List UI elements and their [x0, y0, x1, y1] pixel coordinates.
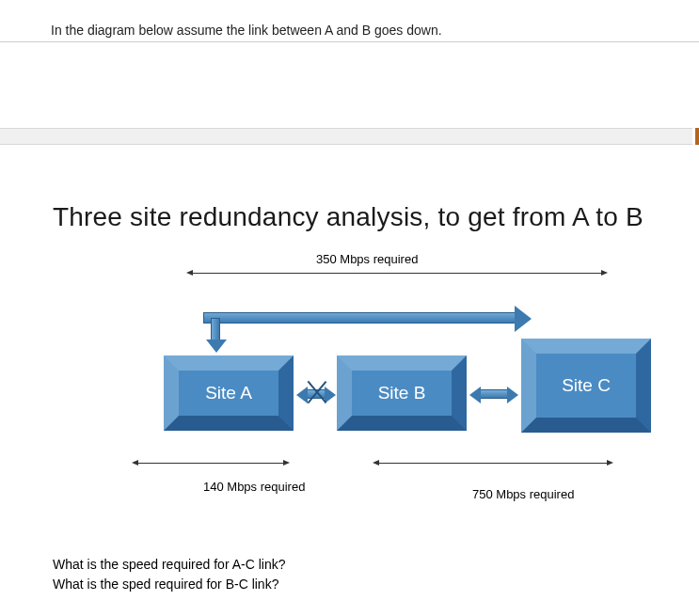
site-b-label: Site B — [378, 383, 426, 403]
top-requirement-arrow — [192, 273, 602, 274]
questions-block: What is the speed required for A-C link?… — [53, 555, 285, 594]
a-to-c-path-arrow — [203, 312, 516, 324]
top-divider — [0, 41, 699, 42]
diagram-title: Three site redundancy analysis, to get f… — [53, 202, 643, 232]
question-2: What is the sped required for B-C link? — [53, 575, 285, 594]
site-a-node: Site A — [164, 355, 294, 431]
site-a-label: Site A — [205, 383, 252, 403]
question-1: What is the speed required for A-C link? — [53, 555, 285, 575]
b-c-link-arrow — [480, 389, 508, 399]
a-b-requirement-label: 140 Mbps required — [203, 480, 305, 494]
b-c-requirement-label: 750 Mbps required — [472, 487, 574, 501]
network-diagram: 350 Mbps required Site A Site B Site C 1… — [53, 245, 645, 527]
b-c-requirement-arrow — [378, 463, 608, 464]
a-b-link-arrow — [307, 389, 326, 399]
right-edge-accent — [695, 128, 699, 145]
down-into-a-arrow — [211, 318, 220, 340]
site-c-node: Site C — [521, 339, 651, 433]
instruction-text: In the diagram below assume the link bet… — [51, 23, 442, 38]
grey-band — [0, 128, 692, 145]
top-requirement-label: 350 Mbps required — [316, 252, 418, 266]
a-b-requirement-arrow — [137, 463, 284, 464]
site-c-label: Site C — [562, 375, 611, 396]
site-b-node: Site B — [337, 355, 467, 431]
